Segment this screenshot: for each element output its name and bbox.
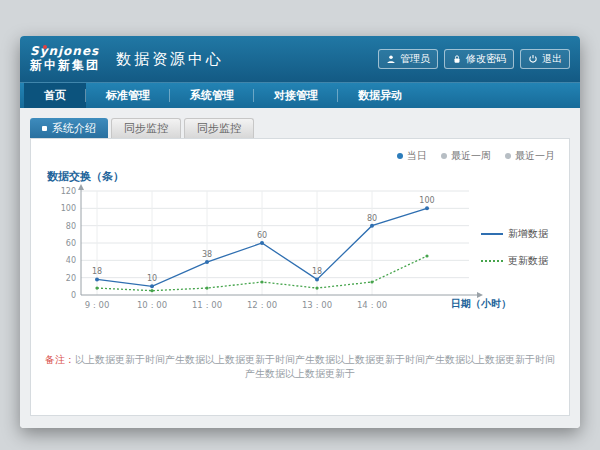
change-password-button-label: 修改密码 xyxy=(466,52,506,66)
series-label: 新增数据 xyxy=(508,227,548,241)
admin-button[interactable]: 管理员 xyxy=(378,49,438,69)
svg-text:40: 40 xyxy=(66,256,76,265)
svg-text:60: 60 xyxy=(257,231,267,240)
svg-text:100: 100 xyxy=(61,204,76,213)
svg-text:10：00: 10：00 xyxy=(137,300,167,310)
svg-text:38: 38 xyxy=(202,250,212,259)
header-actions: 管理员修改密码退出 xyxy=(378,49,570,69)
svg-text:18: 18 xyxy=(312,267,322,276)
footnote: 备注：以上数据更新于时间产生数据以上数据更新于时间产生数据以上数据更新于时间产生… xyxy=(41,353,559,381)
range-filter-legend: 当日最近一周最近一月 xyxy=(397,149,555,163)
svg-text:9：00: 9：00 xyxy=(85,300,110,310)
series-legend: 新增数据更新数据 xyxy=(481,227,559,268)
filter-label: 最近一月 xyxy=(515,149,555,163)
tab-label: 同步监控 xyxy=(124,121,168,136)
tab-3[interactable]: 同步监控 xyxy=(184,118,254,138)
svg-text:80: 80 xyxy=(66,222,76,231)
filter-2[interactable]: 最近一周 xyxy=(441,149,491,163)
series-line-sample-icon xyxy=(481,260,503,262)
footnote-prefix: 备注： xyxy=(45,354,75,365)
svg-text:10: 10 xyxy=(147,274,157,283)
svg-text:14：00: 14：00 xyxy=(357,300,387,310)
svg-text:13：00: 13：00 xyxy=(302,300,332,310)
filter-dot-icon xyxy=(441,153,447,159)
power-icon xyxy=(528,54,538,64)
nav-item-2[interactable]: 标准管理 xyxy=(86,83,170,108)
filter-3[interactable]: 最近一月 xyxy=(505,149,555,163)
nav-item-5[interactable]: 数据异动 xyxy=(338,83,422,108)
tab-2[interactable]: 同步监控 xyxy=(111,118,181,138)
svg-text:12：00: 12：00 xyxy=(247,300,277,310)
admin-button-label: 管理员 xyxy=(400,52,430,66)
tab-bar: 系统介绍同步监控同步监控 xyxy=(30,118,570,138)
app-header: Synjones 新中新集团 数据资源中心 管理员修改密码退出 xyxy=(20,36,580,82)
svg-text:100: 100 xyxy=(419,196,434,205)
svg-text:11：00: 11：00 xyxy=(192,300,222,310)
page-title: 数据资源中心 xyxy=(116,50,224,69)
svg-text:18: 18 xyxy=(92,267,102,276)
logout-button[interactable]: 退出 xyxy=(520,49,570,69)
nav-item-4[interactable]: 对接管理 xyxy=(254,83,338,108)
series-legend-2[interactable]: 更新数据 xyxy=(481,254,559,268)
chart-panel: 当日最近一周最近一月 数据交换（条） 0204060801001209：0010… xyxy=(30,138,570,416)
filter-label: 最近一周 xyxy=(451,149,491,163)
svg-text:60: 60 xyxy=(66,239,76,248)
svg-text:20: 20 xyxy=(66,274,76,283)
logo-subtitle: 新中新集团 xyxy=(30,59,100,73)
exchange-line-chart: 0204060801001209：0010：0011：0012：0013：001… xyxy=(39,183,499,323)
series-legend-1[interactable]: 新增数据 xyxy=(481,227,559,241)
tab-label: 同步监控 xyxy=(197,121,241,136)
logo-title: Synjones xyxy=(30,45,100,59)
svg-text:0: 0 xyxy=(71,291,76,300)
company-logo: Synjones 新中新集团 xyxy=(30,45,100,73)
series-label: 更新数据 xyxy=(508,254,548,268)
series-line-sample-icon xyxy=(481,233,503,235)
filter-dot-icon xyxy=(505,153,511,159)
filter-1[interactable]: 当日 xyxy=(397,149,427,163)
filter-dot-icon xyxy=(397,153,403,159)
tab-1[interactable]: 系统介绍 xyxy=(30,118,108,138)
nav-item-3[interactable]: 系统管理 xyxy=(170,83,254,108)
change-password-button[interactable]: 修改密码 xyxy=(444,49,514,69)
tab-bullet-icon xyxy=(42,126,47,131)
tab-label: 系统介绍 xyxy=(52,121,96,136)
lock-icon xyxy=(452,54,462,64)
svg-text:120: 120 xyxy=(61,187,76,196)
nav-item-1[interactable]: 首页 xyxy=(24,83,86,108)
app-window: Synjones 新中新集团 数据资源中心 管理员修改密码退出 首页标准管理系统… xyxy=(20,36,580,428)
y-axis-title: 数据交换（条） xyxy=(47,169,124,184)
user-icon xyxy=(386,54,396,64)
footnote-text: 以上数据更新于时间产生数据以上数据更新于时间产生数据以上数据更新于时间产生数据以… xyxy=(75,354,555,379)
svg-text:80: 80 xyxy=(367,214,377,223)
filter-label: 当日 xyxy=(407,149,427,163)
logout-button-label: 退出 xyxy=(542,52,562,66)
content-area: 系统介绍同步监控同步监控 当日最近一周最近一月 数据交换（条） 02040608… xyxy=(20,108,580,428)
main-nav: 首页标准管理系统管理对接管理数据异动 xyxy=(20,82,580,108)
x-axis-title: 日期（小时） xyxy=(451,297,511,311)
